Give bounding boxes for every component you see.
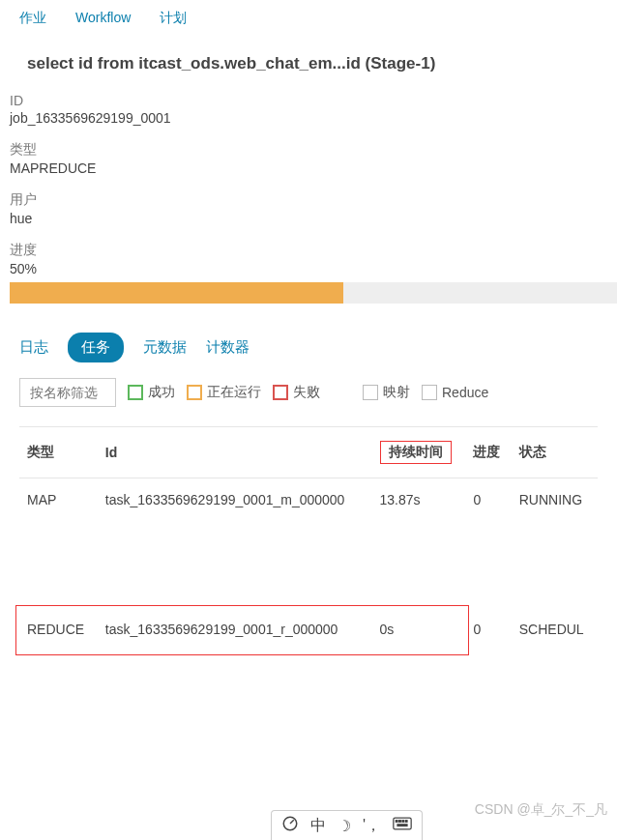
gauge-icon[interactable]	[281, 815, 299, 836]
label-id: ID	[10, 93, 607, 108]
ime-toolbar[interactable]: 中 ☽ '，	[271, 810, 423, 840]
th-progress[interactable]: 进度	[465, 427, 511, 478]
tab-counters[interactable]: 计数器	[206, 338, 250, 357]
keyboard-icon[interactable]	[393, 817, 412, 834]
table-row[interactable]: MAP task_1633569629199_0001_m_000000 13.…	[19, 478, 598, 522]
th-type[interactable]: 类型	[19, 427, 98, 478]
filter-success-label: 成功	[148, 384, 175, 401]
label-user: 用户	[10, 191, 607, 209]
nav-jobs[interactable]: 作业	[19, 10, 46, 27]
cell-status: SCHEDUL	[512, 608, 598, 651]
success-box-icon	[128, 385, 143, 400]
cell-type: MAP	[19, 478, 98, 522]
tasks-table: 类型 Id 持续时间 进度 状态 MAP task_1633569629199_…	[19, 427, 598, 651]
running-box-icon	[187, 385, 202, 400]
filter-map[interactable]: 映射	[363, 384, 410, 401]
cell-status: RUNNING	[512, 478, 598, 522]
moon-icon[interactable]: ☽	[338, 817, 351, 835]
checkbox-icon	[363, 385, 378, 400]
label-type: 类型	[10, 141, 607, 159]
cell-duration: 0s	[372, 608, 466, 651]
top-nav: 作业 Workflow 计划	[0, 0, 617, 37]
comma-icon[interactable]: '，	[363, 816, 381, 836]
svg-rect-5	[405, 821, 407, 823]
value-user: hue	[10, 211, 607, 226]
cell-id: task_1633569629199_0001_r_000000	[98, 608, 372, 651]
th-status[interactable]: 状态	[512, 427, 598, 478]
filter-row: 成功 正在运行 失败 映射 Reduce	[0, 378, 617, 426]
filter-input[interactable]	[19, 378, 116, 407]
filter-running[interactable]: 正在运行	[187, 384, 261, 401]
nav-plan[interactable]: 计划	[160, 10, 187, 27]
cell-progress: 0	[465, 478, 511, 522]
cell-type: REDUCE	[19, 608, 98, 651]
tab-metadata[interactable]: 元数据	[143, 338, 187, 357]
tab-log[interactable]: 日志	[19, 338, 48, 357]
value-id: job_1633569629199_0001	[10, 110, 607, 126]
filter-reduce[interactable]: Reduce	[422, 385, 488, 400]
ime-label[interactable]: 中	[310, 816, 326, 836]
cell-duration: 13.87s	[372, 478, 466, 522]
progress-bar	[10, 282, 617, 304]
checkbox-icon	[422, 385, 437, 400]
cell-id: task_1633569629199_0001_m_000000	[98, 478, 372, 522]
label-progress: 进度	[10, 242, 607, 259]
filter-map-label: 映射	[383, 384, 410, 401]
svg-rect-6	[397, 825, 407, 826]
sub-tabs: 日志 任务 元数据 计数器	[0, 304, 617, 378]
filter-running-label: 正在运行	[207, 384, 261, 401]
nav-workflow[interactable]: Workflow	[75, 10, 131, 27]
cell-progress: 0	[465, 608, 511, 651]
svg-rect-1	[394, 818, 411, 829]
th-duration[interactable]: 持续时间	[372, 427, 466, 478]
filter-success[interactable]: 成功	[128, 384, 175, 401]
tab-tasks[interactable]: 任务	[68, 333, 124, 362]
th-id[interactable]: Id	[98, 427, 372, 478]
value-progress: 50%	[10, 261, 607, 276]
svg-rect-2	[396, 821, 397, 823]
filter-failed-label: 失败	[293, 384, 320, 401]
failed-box-icon	[273, 385, 288, 400]
watermark: CSDN @卓_尔_不_凡	[475, 801, 607, 819]
table-row[interactable]: REDUCE task_1633569629199_0001_r_000000 …	[19, 608, 598, 651]
filter-reduce-label: Reduce	[442, 385, 488, 400]
svg-rect-4	[402, 821, 404, 823]
value-type: MAPREDUCE	[10, 160, 607, 176]
tasks-table-wrap: 类型 Id 持续时间 进度 状态 MAP task_1633569629199_…	[19, 426, 598, 689]
filter-failed[interactable]: 失败	[273, 384, 320, 401]
svg-rect-3	[399, 821, 401, 823]
page-title: select id from itcast_ods.web_chat_em...…	[0, 37, 617, 83]
